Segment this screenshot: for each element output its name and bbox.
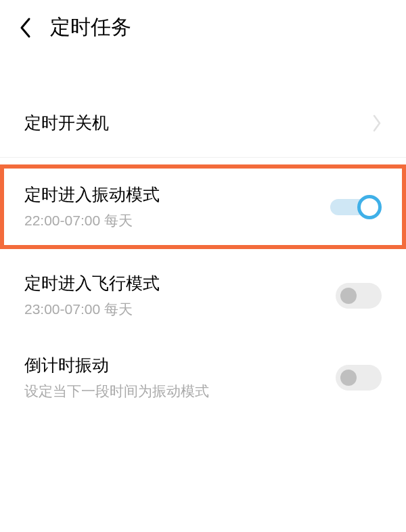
row-title-airplane: 定时进入飞行模式 xyxy=(24,272,160,294)
toggle-airplane[interactable] xyxy=(336,283,382,309)
highlighted-row-vibrate: 定时进入振动模式 22:00-07:00 每天 xyxy=(0,164,406,249)
toggle-countdown[interactable] xyxy=(336,365,382,391)
row-subtitle-airplane: 23:00-07:00 每天 xyxy=(24,300,160,319)
row-vibrate-schedule[interactable]: 定时进入振动模式 22:00-07:00 每天 xyxy=(4,169,402,245)
divider xyxy=(0,157,406,158)
page-title: 定时任务 xyxy=(50,14,131,41)
chevron-right-icon xyxy=(372,114,382,133)
row-countdown-vibrate[interactable]: 倒计时振动 设定当下一段时间为振动模式 xyxy=(0,338,406,417)
row-title-countdown: 倒计时振动 xyxy=(24,354,209,376)
toggle-vibrate[interactable] xyxy=(330,194,382,221)
row-airplane-schedule[interactable]: 定时进入飞行模式 23:00-07:00 每天 xyxy=(0,256,406,335)
row-power-schedule[interactable]: 定时开关机 xyxy=(0,95,406,150)
header: 定时任务 xyxy=(0,0,406,55)
row-subtitle-countdown: 设定当下一段时间为振动模式 xyxy=(24,382,209,401)
back-icon[interactable] xyxy=(19,17,31,39)
row-title-vibrate: 定时进入振动模式 xyxy=(24,183,160,206)
row-title-power: 定时开关机 xyxy=(24,112,109,134)
row-subtitle-vibrate: 22:00-07:00 每天 xyxy=(24,211,160,230)
